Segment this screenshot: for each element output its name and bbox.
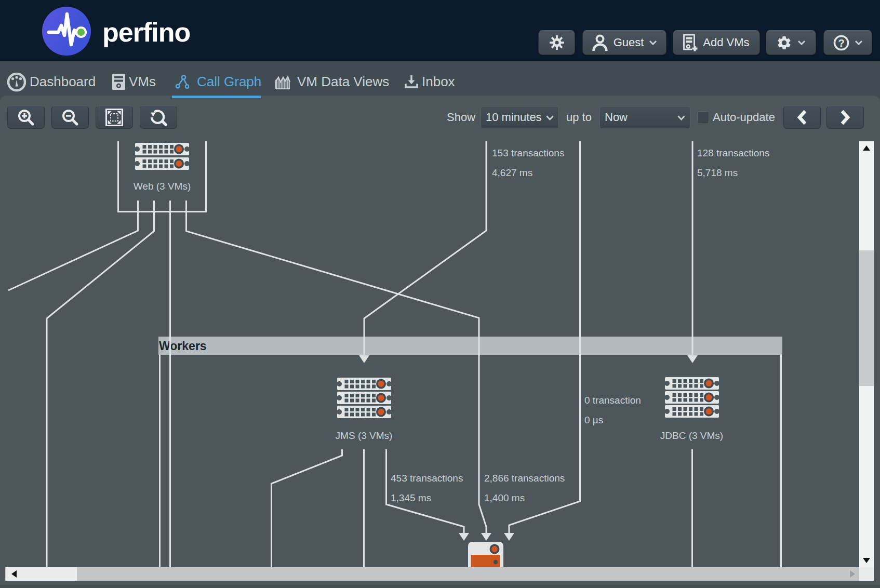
svg-text:0 µs: 0 µs xyxy=(584,415,603,425)
svg-text:1,345 ms: 1,345 ms xyxy=(391,492,431,503)
svg-text:1,400 ms: 1,400 ms xyxy=(484,492,525,503)
svg-text:153 transactions: 153 transactions xyxy=(492,148,564,158)
svg-text:5,718 ms: 5,718 ms xyxy=(697,167,738,178)
svg-text:Web (3 VMs): Web (3 VMs) xyxy=(134,181,191,192)
svg-text:453 transactions: 453 transactions xyxy=(391,473,463,484)
svg-text:128 transactions: 128 transactions xyxy=(697,148,769,158)
svg-text:Workers: Workers xyxy=(159,339,207,353)
svg-text:2,866 transactions: 2,866 transactions xyxy=(484,473,565,484)
svg-text:0 transaction: 0 transaction xyxy=(584,395,641,406)
svg-text:JDBC (3 VMs): JDBC (3 VMs) xyxy=(660,430,723,441)
svg-text:4,627 ms: 4,627 ms xyxy=(492,167,532,178)
svg-text:?: ? xyxy=(838,37,844,49)
svg-text:JMS (3 VMs): JMS (3 VMs) xyxy=(336,430,393,441)
